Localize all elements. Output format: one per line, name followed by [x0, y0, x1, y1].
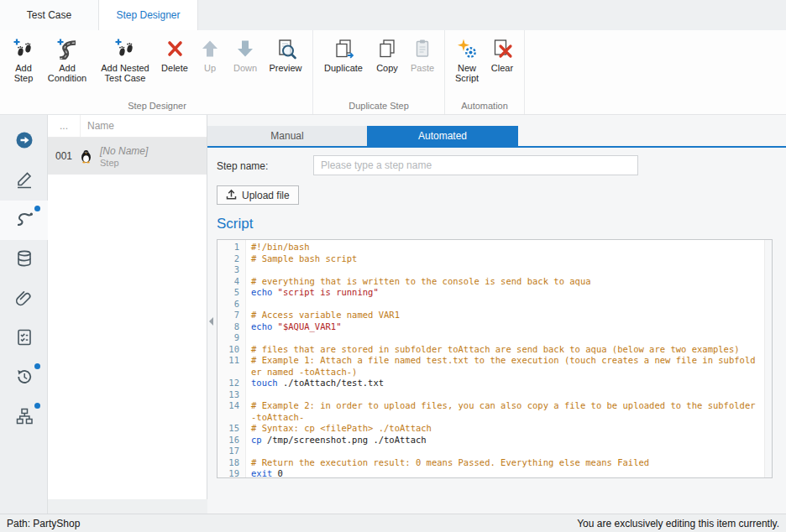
code-row: 2# Sample bash script: [217, 253, 764, 265]
code-row: 19exit 0: [217, 468, 764, 478]
steps-list-panel: ... Name 001 [No Name] Step: [48, 115, 207, 499]
up-label: Up: [204, 63, 216, 73]
paperclip-icon: [15, 289, 34, 310]
upload-file-label: Upload file: [242, 190, 290, 201]
tab-test-case[interactable]: Test Case: [0, 0, 99, 30]
delete-button[interactable]: Delete: [157, 30, 192, 73]
ribbon: Add Step Add Condition: [0, 30, 786, 115]
ribbon-group-automation: New Script Clear Automation: [445, 30, 525, 114]
paste-icon: [410, 36, 435, 61]
step-type-text: Step: [100, 158, 148, 168]
new-script-button[interactable]: New Script: [449, 30, 485, 83]
collapse-panel-arrow[interactable]: [208, 315, 214, 330]
step-name-label: Step name:: [217, 160, 268, 172]
add-nested-test-case-icon: [113, 36, 138, 61]
ribbon-group-label: Step Designer: [6, 99, 308, 114]
sidebar-item-checklist[interactable]: [0, 319, 48, 358]
code-row: 9: [217, 332, 764, 344]
sidebar-item-history[interactable]: [0, 358, 48, 398]
code-row: 13: [217, 389, 764, 401]
add-condition-button[interactable]: Add Condition: [41, 30, 93, 83]
add-step-button[interactable]: Add Step: [6, 30, 41, 83]
code-row: 18# Return the execution result: 0 means…: [217, 457, 764, 469]
sidebar-item-attachments[interactable]: [0, 279, 48, 319]
add-condition-icon: [55, 36, 80, 61]
new-script-label: New Script: [449, 63, 485, 83]
sidebar-item-data[interactable]: [0, 240, 48, 279]
copy-label: Copy: [376, 63, 398, 73]
history-clock-icon: [15, 368, 34, 389]
app-window: Test Case Step Designer: [0, 0, 786, 532]
preview-label: Preview: [269, 63, 301, 73]
code-row: 5echo "script is running": [217, 287, 764, 299]
sidebar-item-edit[interactable]: [0, 161, 48, 201]
steps-list-header: ... Name: [48, 115, 207, 138]
code-row: 12touch ./toAttach/test.txt: [217, 378, 764, 389]
code-row: 15# Syntax: cp <filePath> ./toAttach: [217, 423, 764, 435]
clear-label: Clear: [491, 63, 513, 73]
tab-manual[interactable]: Manual: [207, 126, 367, 146]
code-row: 4# everything that is written to the con…: [217, 276, 764, 288]
column-header-more[interactable]: ...: [48, 120, 80, 132]
code-row: 7# Access variable named VAR1: [217, 310, 764, 321]
code-row: 8echo "$AQUA_VAR1": [217, 321, 764, 333]
add-nested-test-case-label: Add Nested Test Case: [93, 63, 157, 83]
steps-slalom-icon: [15, 210, 34, 232]
add-condition-label: Add Condition: [41, 63, 93, 83]
code-row: 3: [217, 264, 764, 276]
clear-button[interactable]: Clear: [485, 30, 520, 73]
down-arrow-icon: [233, 36, 258, 61]
hierarchy-notification-dot: [34, 403, 40, 409]
status-path: Path: PartyShop: [7, 518, 80, 529]
column-header-name[interactable]: Name: [80, 115, 207, 137]
history-notification-dot: [34, 363, 40, 369]
editor-scrollbar[interactable]: [764, 240, 772, 477]
ribbon-group-duplicate-step: Duplicate Copy: [313, 30, 445, 114]
upload-icon: [226, 189, 237, 202]
checklist-icon: [15, 328, 34, 350]
sidebar-item-hierarchy[interactable]: [0, 398, 48, 437]
ribbon-group-step-designer: Add Step Add Condition: [2, 30, 313, 114]
code-row: 17: [217, 446, 764, 457]
delete-label: Delete: [161, 63, 188, 73]
status-edit-message: You are exclusively editing this item cu…: [577, 518, 779, 529]
tab-automated[interactable]: Automated: [367, 126, 518, 146]
copy-button[interactable]: Copy: [369, 30, 405, 73]
sidebar-item-steps[interactable]: [0, 201, 48, 240]
preview-button[interactable]: Preview: [263, 30, 308, 73]
ribbon-group-label: Duplicate Step: [317, 99, 440, 114]
add-nested-test-case-button[interactable]: Add Nested Test Case: [93, 30, 157, 83]
ribbon-group-label: Automation: [449, 99, 520, 114]
sitemap-icon: [15, 407, 34, 429]
tab-automated-label: Automated: [418, 130, 467, 142]
delete-icon: [162, 36, 187, 61]
step-number: 001: [48, 150, 80, 162]
tab-test-case-label: Test Case: [27, 9, 71, 21]
code-lines: 1#!/bin/bash2# Sample bash script3 4# ev…: [217, 242, 764, 478]
clear-icon: [490, 36, 515, 61]
script-editor[interactable]: 1#!/bin/bash2# Sample bash script3 4# ev…: [217, 239, 773, 478]
steps-notification-dot: [34, 206, 40, 211]
add-step-icon: [11, 36, 36, 61]
navigate-circle-arrow-icon: [15, 131, 34, 153]
tab-step-designer[interactable]: Step Designer: [99, 0, 198, 30]
detail-tab-bar: Manual Automated: [207, 126, 786, 148]
paste-button[interactable]: Paste: [405, 30, 440, 73]
left-icon-sidebar: [0, 115, 48, 514]
status-bar: Path: PartyShop You are exclusively edit…: [0, 514, 786, 532]
code-row: 1#!/bin/bash: [217, 242, 764, 253]
new-script-icon: [454, 36, 479, 61]
duplicate-button[interactable]: Duplicate: [317, 30, 369, 73]
down-button[interactable]: Down: [228, 30, 263, 73]
upload-file-button[interactable]: Upload file: [217, 185, 299, 205]
code-row: 11# Example 1: Attach a file named test.…: [217, 355, 764, 378]
step-list-row[interactable]: 001 [No Name] Step: [48, 138, 207, 175]
up-button[interactable]: Up: [192, 30, 228, 73]
up-arrow-icon: [197, 36, 223, 61]
step-name-input[interactable]: [313, 155, 638, 175]
preview-icon: [273, 36, 298, 61]
duplicate-label: Duplicate: [324, 63, 363, 73]
sidebar-item-navigate[interactable]: [0, 122, 48, 161]
paste-label: Paste: [411, 63, 434, 73]
linux-penguin-icon: [80, 149, 97, 164]
